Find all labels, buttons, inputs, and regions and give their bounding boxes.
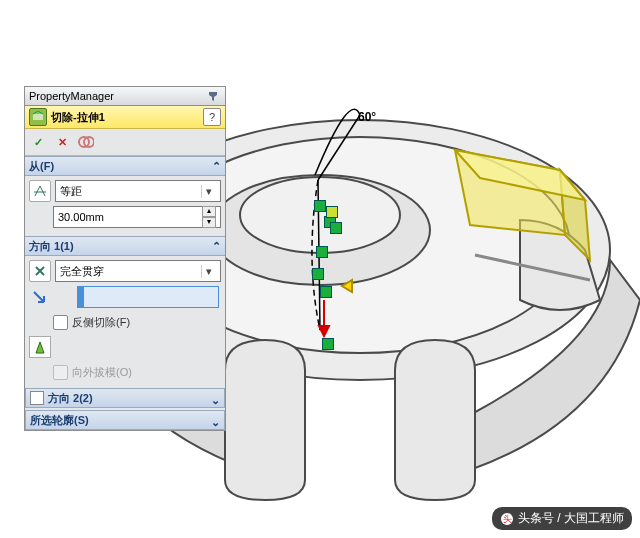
sketch-relation-handle[interactable] <box>316 246 328 258</box>
sketch-relation-handle[interactable] <box>314 200 326 212</box>
attribution-caption: 头 头条号 / 大国工程师 <box>492 507 632 530</box>
start-condition-icon <box>29 180 51 202</box>
pm-title-text: PropertyManager <box>29 87 114 105</box>
cancel-button[interactable]: ✕ <box>53 133 71 151</box>
checkbox-icon <box>30 391 44 405</box>
angle-dimension[interactable]: 60° <box>358 110 376 124</box>
pm-titlebar: PropertyManager <box>25 87 225 106</box>
section-from-title: 从(F) <box>29 157 54 175</box>
chevron-up-icon: ⌃ <box>212 157 221 175</box>
section-from-body: 等距 ▾ 30.00mm ▴▾ <box>25 176 225 236</box>
depth-arrow-icon <box>29 287 49 307</box>
chevron-up-icon: ⌃ <box>212 237 221 255</box>
sketch-relation-handle[interactable] <box>312 268 324 280</box>
headline-icon: 头 <box>500 512 514 526</box>
section-dir1-header[interactable]: 方向 1(1) ⌃ <box>25 236 225 256</box>
feature-name: 切除-拉伸1 <box>51 110 199 125</box>
flip-side-checkbox[interactable]: 反侧切除(F) <box>29 312 221 332</box>
ok-cancel-row: ✓ ✕ <box>25 129 225 156</box>
sketch-relation-handle[interactable] <box>326 206 338 218</box>
ok-button[interactable]: ✓ <box>29 133 47 151</box>
draft-icon[interactable] <box>29 336 51 358</box>
chevron-down-icon: ⌄ <box>211 391 220 409</box>
draft-outward-label: 向外拔模(O) <box>72 365 132 380</box>
caption-text: 头条号 / 大国工程师 <box>518 510 624 527</box>
section-dir1-title: 方向 1(1) <box>29 237 74 255</box>
offset-distance-input[interactable]: 30.00mm ▴▾ <box>53 206 221 228</box>
section-dir2-title: 方向 2(2) <box>48 389 93 407</box>
section-from-header[interactable]: 从(F) ⌃ <box>25 156 225 176</box>
pin-icon[interactable] <box>205 89 221 103</box>
chevron-down-icon: ▾ <box>201 265 216 278</box>
start-condition-value: 等距 <box>60 184 82 199</box>
end-condition-select[interactable]: 完全贯穿 ▾ <box>55 260 221 282</box>
draft-outward-checkbox: 向外拔模(O) <box>29 362 221 382</box>
offset-distance-value: 30.00mm <box>58 211 104 223</box>
start-condition-select[interactable]: 等距 ▾ <box>55 180 221 202</box>
svg-text:头: 头 <box>502 514 511 524</box>
section-contours-header[interactable]: 所选轮廓(S) ⌄ <box>25 410 225 430</box>
end-condition-value: 完全贯穿 <box>60 264 104 279</box>
sketch-relation-handle[interactable] <box>320 286 332 298</box>
chevron-down-icon: ⌄ <box>211 413 220 431</box>
detail-preview-button[interactable] <box>77 133 95 151</box>
sketch-relation-handle[interactable] <box>322 338 334 350</box>
sketch-relation-handle[interactable] <box>330 222 342 234</box>
svg-rect-10 <box>33 114 43 120</box>
checkbox-icon <box>53 365 68 380</box>
svg-point-4 <box>240 177 400 253</box>
feature-header: 切除-拉伸1 ? <box>25 106 225 129</box>
property-manager-panel: PropertyManager 切除-拉伸1 ? ✓ ✕ 从(F) ⌃ 等距 ▾ <box>24 86 226 431</box>
section-dir2-header[interactable]: 方向 2(2) ⌄ <box>25 388 225 408</box>
flip-side-label: 反侧切除(F) <box>72 315 130 330</box>
section-contours-title: 所选轮廓(S) <box>30 411 89 429</box>
cut-extrude-icon <box>29 108 47 126</box>
direction-vector-input[interactable] <box>77 286 219 308</box>
chevron-down-icon: ▾ <box>201 185 216 198</box>
spinner-icon[interactable]: ▴▾ <box>202 206 216 228</box>
section-dir1-body: 完全贯穿 ▾ 反侧切除(F) 向外拔模(O) <box>25 256 225 386</box>
checkbox-icon <box>53 315 68 330</box>
reverse-direction-icon[interactable] <box>29 260 51 282</box>
help-button[interactable]: ? <box>203 108 221 126</box>
